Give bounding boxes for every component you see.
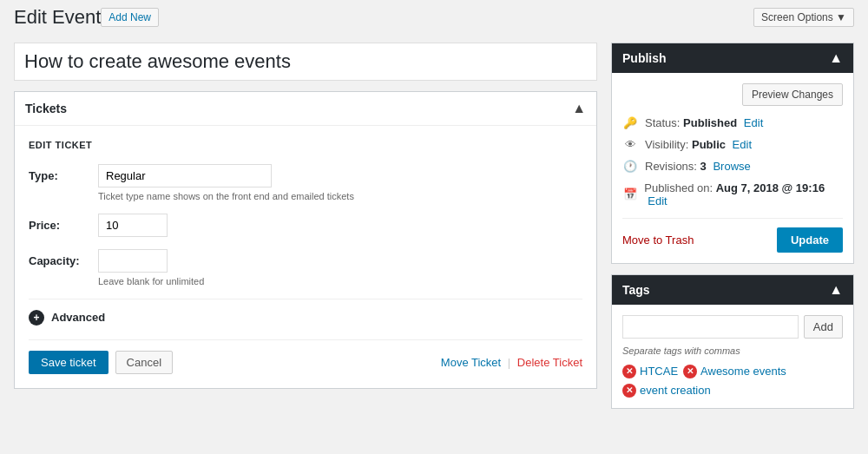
capacity-field: Leave blank for unlimited bbox=[98, 249, 582, 286]
type-field: Ticket type name shows on the front end … bbox=[98, 164, 582, 201]
pipe-separator: | bbox=[508, 356, 510, 369]
move-ticket-link[interactable]: Move Ticket bbox=[441, 356, 501, 369]
status-icon: 🔑 bbox=[622, 116, 638, 129]
revisions-text: Revisions: 3 Browse bbox=[645, 160, 751, 173]
tags-add-button[interactable]: Add bbox=[804, 315, 843, 339]
publish-meta: 🔑 Status: Published Edit 👁 Visibili bbox=[622, 116, 843, 207]
published-label: Published on: bbox=[644, 181, 713, 194]
type-label: Type: bbox=[29, 164, 98, 182]
preview-changes-button[interactable]: Preview Changes bbox=[742, 83, 843, 106]
move-to-trash-link[interactable]: Move to Trash bbox=[622, 234, 694, 247]
published-text: Published on: Aug 7, 2018 @ 19:16 Edit bbox=[644, 181, 843, 207]
price-field bbox=[98, 214, 582, 237]
status-value: Published bbox=[683, 116, 737, 129]
visibility-icon: 👁 bbox=[622, 138, 638, 151]
visibility-edit-link[interactable]: Edit bbox=[733, 138, 752, 151]
delete-ticket-link[interactable]: Delete Ticket bbox=[517, 356, 582, 369]
revisions-count: 3 bbox=[700, 160, 707, 173]
update-button[interactable]: Update bbox=[777, 227, 843, 253]
status-text: Status: Published Edit bbox=[645, 116, 763, 129]
publish-visibility-row: 👁 Visibility: Public Edit bbox=[622, 138, 843, 151]
tags-hint: Separate tags with commas bbox=[622, 345, 843, 356]
list-item: ✕ HTCAE bbox=[622, 365, 678, 378]
tickets-panel: Tickets ▲ EDIT TICKET Type: Ticket type … bbox=[14, 91, 597, 389]
visibility-value: Public bbox=[692, 138, 726, 151]
revisions-browse-link[interactable]: Browse bbox=[713, 160, 750, 173]
capacity-hint: Leave blank for unlimited bbox=[98, 276, 582, 286]
ticket-links: Move Ticket | Delete Ticket bbox=[441, 356, 582, 369]
tag-remove-icon[interactable]: ✕ bbox=[683, 365, 697, 378]
capacity-input[interactable] bbox=[98, 249, 168, 273]
revisions-icon: 🕐 bbox=[622, 160, 638, 173]
type-hint: Ticket type name shows on the front end … bbox=[98, 191, 582, 201]
tags-title: Tags bbox=[622, 283, 650, 297]
capacity-label: Capacity: bbox=[29, 249, 98, 267]
status-label: Status: bbox=[645, 116, 680, 129]
tag-link[interactable]: event creation bbox=[640, 384, 711, 397]
visibility-label: Visibility: bbox=[645, 138, 688, 151]
tickets-panel-title: Tickets bbox=[25, 102, 67, 115]
publish-revisions-row: 🕐 Revisions: 3 Browse bbox=[622, 160, 843, 173]
tags-header: Tags ▲ bbox=[612, 275, 853, 305]
tags-input[interactable] bbox=[622, 315, 799, 339]
tags-box: Tags ▲ Add Separate tags with commas ✕ H… bbox=[611, 274, 854, 409]
type-input[interactable] bbox=[98, 164, 272, 188]
publish-header: Publish ▲ bbox=[612, 43, 853, 73]
visibility-text: Visibility: Public Edit bbox=[645, 138, 752, 151]
event-title-input[interactable] bbox=[14, 43, 597, 81]
list-item: ✕ Awesome events bbox=[683, 365, 786, 378]
tag-link[interactable]: HTCAE bbox=[640, 365, 678, 378]
publish-date-row: 📅 Published on: Aug 7, 2018 @ 19:16 Edit bbox=[622, 181, 843, 207]
price-row: Price: bbox=[29, 214, 582, 237]
revisions-label: Revisions: bbox=[645, 160, 697, 173]
screen-options-button[interactable]: Screen Options ▼ bbox=[753, 8, 854, 27]
add-new-button[interactable]: Add New bbox=[101, 8, 159, 27]
status-edit-link[interactable]: Edit bbox=[744, 116, 763, 129]
published-value: Aug 7, 2018 @ 19:16 bbox=[716, 181, 825, 194]
capacity-row: Capacity: Leave blank for unlimited bbox=[29, 249, 582, 286]
page-title: Edit Event bbox=[14, 5, 101, 30]
publish-status-row: 🔑 Status: Published Edit bbox=[622, 116, 843, 129]
published-edit-link[interactable]: Edit bbox=[648, 194, 667, 207]
tickets-panel-toggle[interactable]: ▲ bbox=[572, 101, 586, 116]
tags-list: ✕ HTCAE ✕ Awesome events ✕ event creatio… bbox=[622, 365, 843, 398]
price-label: Price: bbox=[29, 214, 98, 232]
advanced-label[interactable]: Advanced bbox=[51, 311, 105, 324]
tag-link[interactable]: Awesome events bbox=[700, 365, 786, 378]
tags-body: Add Separate tags with commas ✕ HTCAE ✕ … bbox=[612, 305, 853, 408]
ticket-actions-left: Save ticket Cancel bbox=[29, 351, 173, 374]
tag-remove-icon[interactable]: ✕ bbox=[622, 365, 636, 378]
publish-box: Publish ▲ Preview Changes 🔑 Status: Pu bbox=[611, 43, 854, 264]
cancel-button[interactable]: Cancel bbox=[115, 351, 173, 374]
price-input[interactable] bbox=[98, 214, 168, 237]
advanced-section: + Advanced bbox=[29, 299, 582, 326]
ticket-actions: Save ticket Cancel Move Ticket | Delete … bbox=[29, 339, 582, 374]
publish-body: Preview Changes 🔑 Status: Published Edit bbox=[612, 73, 853, 263]
edit-ticket-header: EDIT TICKET bbox=[29, 140, 582, 150]
list-item: ✕ event creation bbox=[622, 384, 711, 398]
publish-footer: Move to Trash Update bbox=[622, 218, 843, 253]
save-ticket-button[interactable]: Save ticket bbox=[29, 351, 108, 374]
calendar-icon: 📅 bbox=[622, 188, 637, 201]
publish-toggle[interactable]: ▲ bbox=[829, 50, 843, 66]
type-row: Type: Ticket type name shows on the fron… bbox=[29, 164, 582, 201]
publish-title: Publish bbox=[622, 51, 667, 65]
tag-remove-icon[interactable]: ✕ bbox=[622, 384, 636, 398]
tickets-panel-body: EDIT TICKET Type: Ticket type name shows… bbox=[15, 126, 596, 388]
tags-toggle[interactable]: ▲ bbox=[829, 282, 843, 298]
tags-input-row: Add bbox=[622, 315, 843, 339]
advanced-icon[interactable]: + bbox=[29, 310, 44, 326]
tickets-panel-header: Tickets ▲ bbox=[15, 92, 596, 126]
